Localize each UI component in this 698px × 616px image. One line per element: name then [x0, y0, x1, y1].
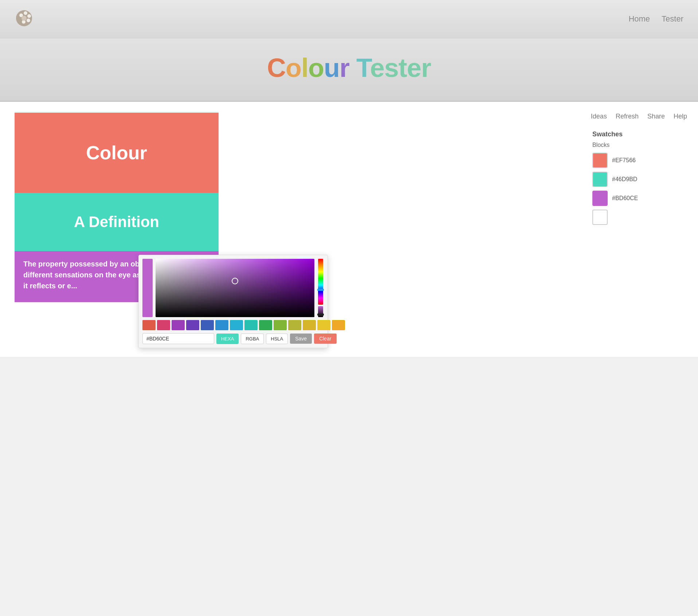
- picker-preset-swatch[interactable]: [142, 320, 156, 330]
- right-panel: Ideas Refresh Share Help Swatches Blocks…: [581, 102, 698, 357]
- swatch-box-teal[interactable]: [592, 172, 608, 187]
- swatch-box-purple[interactable]: [592, 191, 608, 206]
- svg-point-6: [21, 16, 27, 21]
- swatch-row-2: #46D9BD: [592, 172, 687, 187]
- swatches-blocks-label: Blocks: [592, 142, 687, 148]
- swatches-section: Swatches Blocks #EF7566 #46D9BD #BD60CE: [592, 130, 687, 225]
- picker-clear-button[interactable]: Clear: [314, 334, 336, 344]
- picker-preset-swatch[interactable]: [303, 320, 316, 330]
- app-title: Colour Tester: [0, 53, 698, 83]
- svg-point-3: [27, 14, 31, 18]
- nav-tester-link[interactable]: Tester: [662, 14, 683, 24]
- swatch-hex-purple: #BD60CE: [612, 195, 638, 202]
- picker-preset-swatch[interactable]: [259, 320, 272, 330]
- title-char: C: [267, 53, 286, 82]
- picker-preset-swatch[interactable]: [201, 320, 214, 330]
- refresh-button[interactable]: Refresh: [616, 113, 639, 120]
- header: Home Tester: [0, 0, 698, 38]
- swatch-box-coral[interactable]: [592, 153, 608, 168]
- logo: [15, 7, 38, 31]
- picker-bottom: HEXA RGBA HSLA Save Clear: [142, 333, 324, 344]
- picker-top: [142, 259, 324, 317]
- picker-cursor: [232, 278, 238, 284]
- block-coral[interactable]: Colour: [15, 113, 219, 193]
- picker-save-button[interactable]: Save: [290, 334, 312, 344]
- title-char: o: [308, 53, 324, 82]
- swatch-row-1: #EF7566: [592, 153, 687, 168]
- header-nav: Home Tester: [628, 14, 683, 24]
- swatches-title: Swatches: [592, 130, 687, 138]
- swatch-hex-teal: #46D9BD: [612, 176, 637, 183]
- block-teal-text: A Definition: [74, 213, 159, 231]
- picker-preset-swatch[interactable]: [244, 320, 258, 330]
- ideas-button[interactable]: Ideas: [591, 113, 607, 120]
- title-char: u: [324, 53, 340, 82]
- toolbar: Ideas Refresh Share Help: [592, 109, 687, 120]
- picker-gradient[interactable]: [156, 259, 314, 317]
- nav-home-link[interactable]: Home: [628, 14, 650, 24]
- picker-preset-swatch[interactable]: [288, 320, 301, 330]
- main-content: Colour A Definition The property possess…: [0, 102, 698, 357]
- title-char: s: [384, 53, 399, 82]
- title-char: o: [286, 53, 301, 82]
- picker-preset-swatch[interactable]: [317, 320, 330, 330]
- swatch-hex-coral: #EF7566: [612, 157, 636, 164]
- title-banner: Colour Tester: [0, 38, 698, 102]
- picker-right-bars: [317, 259, 324, 317]
- picker-hex-input[interactable]: [142, 333, 214, 344]
- title-char: r: [340, 53, 349, 82]
- color-picker-popup: HEXA RGBA HSLA Save Clear: [138, 255, 328, 348]
- swatch-row-3: #BD60CE: [592, 191, 687, 206]
- picker-mode-hsla-button[interactable]: HSLA: [266, 334, 288, 344]
- picker-preset-swatch[interactable]: [215, 320, 228, 330]
- title-char: T: [356, 53, 370, 82]
- picker-preset-swatch[interactable]: [332, 320, 345, 330]
- picker-opacity-handle: [317, 313, 324, 316]
- picker-preset-swatch[interactable]: [230, 320, 243, 330]
- picker-preset-swatch[interactable]: [274, 320, 287, 330]
- picker-spectrum-bar[interactable]: [318, 259, 323, 305]
- share-button[interactable]: Share: [647, 113, 665, 120]
- picker-spectrum-handle: [317, 289, 324, 291]
- title-char: e: [370, 53, 384, 82]
- picker-mode-rgba-button[interactable]: RGBA: [241, 334, 264, 344]
- picker-preset-swatch[interactable]: [172, 320, 185, 330]
- svg-point-4: [27, 19, 30, 22]
- preview-area: Colour A Definition The property possess…: [15, 113, 581, 357]
- title-char: r: [421, 53, 431, 82]
- svg-point-2: [24, 11, 27, 15]
- block-teal[interactable]: A Definition: [15, 193, 219, 251]
- picker-preset-swatch[interactable]: [157, 320, 170, 330]
- title-char: t: [399, 53, 407, 82]
- picker-swatches-row: [142, 320, 324, 330]
- swatch-empty[interactable]: [592, 210, 608, 225]
- picker-mode-hexa-button[interactable]: HEXA: [216, 334, 239, 344]
- title-char: l: [301, 53, 308, 82]
- block-coral-text: Colour: [86, 142, 147, 164]
- picker-preset-swatch[interactable]: [186, 320, 199, 330]
- picker-opacity-bar[interactable]: [318, 306, 323, 317]
- help-button[interactable]: Help: [674, 113, 687, 120]
- swatch-row-4: [592, 210, 687, 225]
- title-char: e: [407, 53, 421, 82]
- picker-hue-strip[interactable]: [142, 259, 153, 317]
